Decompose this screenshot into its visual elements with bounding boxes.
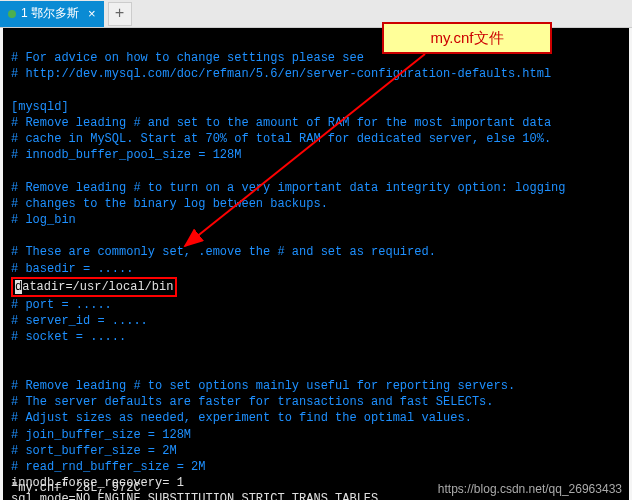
annotation-callout: my.cnf文件 — [382, 22, 552, 54]
close-icon[interactable]: × — [88, 6, 96, 21]
tab-label: 1 鄂尔多斯 — [21, 5, 79, 22]
file-line: # Remove leading # to turn on a very imp… — [11, 181, 566, 195]
file-line: # Remove leading # and set to the amount… — [11, 116, 551, 130]
file-line: # innodb_buffer_pool_size = 128M — [11, 148, 241, 162]
watermark: https://blog.csdn.net/qq_26963433 — [438, 482, 622, 496]
file-line: # http://dev.mysql.com/doc/refman/5.6/en… — [11, 67, 551, 81]
file-line: # port = ..... — [11, 298, 112, 312]
file-line: # Adjust sizes as needed, experiment to … — [11, 411, 472, 425]
file-line: # Remove leading # to set options mainly… — [11, 379, 515, 393]
connection-status-dot — [8, 10, 16, 18]
vim-status-line: "my.cnf" 28L, 972C — [11, 480, 141, 496]
file-line: # The server defaults are faster for tra… — [11, 395, 493, 409]
file-line: # cache in MySQL. Start at 70% of total … — [11, 132, 551, 146]
file-line: # read_rnd_buffer_size = 2M — [11, 460, 205, 474]
plus-icon: + — [115, 5, 125, 23]
file-line: # join_buffer_size = 128M — [11, 428, 191, 442]
file-line: # These are commonly set, .emove the # a… — [11, 245, 436, 259]
file-line: # basedir = ..... — [11, 262, 133, 276]
file-line: # sort_buffer_size = 2M — [11, 444, 177, 458]
file-line: # log_bin — [11, 213, 76, 227]
file-line: # For advice on how to change settings p… — [11, 51, 364, 65]
terminal-content[interactable]: # For advice on how to change settings p… — [3, 28, 629, 500]
tab-terminal-1[interactable]: 1 鄂尔多斯 × — [0, 1, 104, 27]
callout-text: my.cnf文件 — [430, 29, 503, 48]
datadir-highlight-box: datadir=/usr/local/bin — [11, 277, 177, 297]
file-line: # server_id = ..... — [11, 314, 148, 328]
add-tab-button[interactable]: + — [108, 2, 132, 26]
file-line: # changes to the binary log between back… — [11, 197, 328, 211]
file-line: # socket = ..... — [11, 330, 126, 344]
datadir-line: datadir=/usr/local/bin — [15, 279, 173, 295]
file-line: [mysqld] — [11, 100, 69, 114]
